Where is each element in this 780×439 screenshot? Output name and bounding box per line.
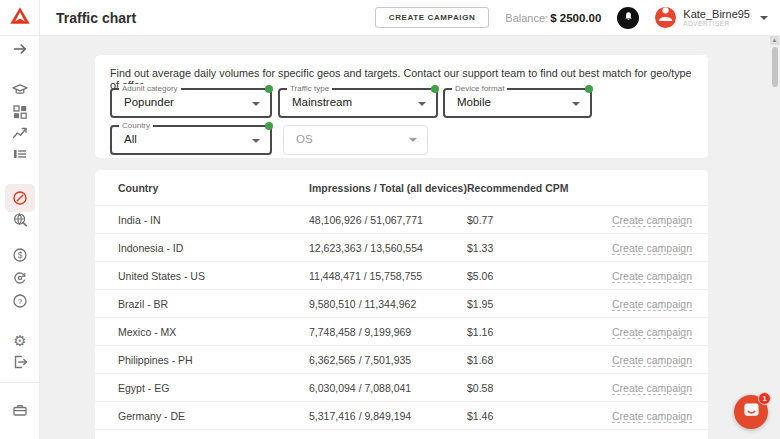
traffic-type-value: Mainstream xyxy=(292,96,352,108)
balance-label: Balance: xyxy=(505,12,548,24)
create-campaign-link[interactable]: Create campaign xyxy=(612,354,692,367)
sidebar-item-tracking[interactable] xyxy=(11,211,29,229)
avatar[interactable] xyxy=(655,7,676,28)
referral-program-icon xyxy=(11,269,29,287)
traffic-table: Country Impressions / Total (all devices… xyxy=(95,170,708,439)
sidebar-item-campaigns[interactable] xyxy=(11,145,29,163)
chevron-down-icon xyxy=(252,102,260,106)
logout-button[interactable] xyxy=(11,353,29,371)
cell-impressions: 5,317,416 / 9,849,194 xyxy=(309,410,467,422)
country-value: All xyxy=(124,133,137,145)
balance: Balance:$ 2500.00 xyxy=(505,12,601,24)
traffic-type-label: Traffic type xyxy=(287,84,332,93)
cell-country: Indonesia - ID xyxy=(95,242,309,254)
user-role: ADVERTISER xyxy=(683,20,750,27)
cell-cpm: $1.68 xyxy=(467,354,607,366)
page-title: Traffic chart xyxy=(56,10,136,26)
os-select[interactable]: OS xyxy=(283,125,428,155)
cell-country: Philippines - PH xyxy=(95,354,309,366)
compass-icon xyxy=(11,189,29,207)
chat-bubble-icon xyxy=(743,402,760,422)
cell-impressions: 6,030,094 / 7,088,041 xyxy=(309,382,467,394)
create-campaign-link[interactable]: Create campaign xyxy=(612,214,692,227)
chevron-down-icon xyxy=(572,102,580,106)
table-row: Brazil - BR 9,580,510 / 11,344,962 $1.95… xyxy=(95,290,708,318)
chat-unread-badge: 1 xyxy=(758,392,771,405)
statistics-chart-icon xyxy=(11,124,29,142)
sidebar-item-tools[interactable] xyxy=(11,401,29,419)
filter-active-dot xyxy=(431,85,439,93)
filter-active-dot xyxy=(585,85,593,93)
filters-panel: Find out average daily volumes for speci… xyxy=(95,55,708,158)
sidebar-item-settings[interactable]: ⚙ xyxy=(11,331,29,349)
table-row: United States - US 11,448,471 / 15,758,7… xyxy=(95,262,708,290)
scrollbar-up-button[interactable]: ▲ xyxy=(770,36,779,45)
create-campaign-link[interactable]: Create campaign xyxy=(612,382,692,395)
adsterra-logo-icon xyxy=(9,5,31,31)
sidebar: $ ? ⚙ xyxy=(0,36,40,439)
cell-impressions: 48,106,926 / 51,067,771 xyxy=(309,214,467,226)
cell-impressions: 6,362,565 / 7,501,935 xyxy=(309,354,467,366)
create-campaign-link[interactable]: Create campaign xyxy=(612,242,692,255)
cell-country: United States - US xyxy=(95,270,309,282)
sidebar-item-dashboard[interactable] xyxy=(11,103,29,121)
country-select[interactable]: Country All xyxy=(110,125,272,155)
user-menu[interactable]: Kate_Birne95 ADVERTISER xyxy=(683,8,750,27)
svg-text:$: $ xyxy=(18,250,23,260)
logout-icon xyxy=(11,353,29,371)
dollar-circle-icon: $ xyxy=(11,246,29,264)
device-format-label: Device format xyxy=(452,84,507,93)
sidebar-item-payments[interactable]: $ xyxy=(11,246,29,264)
traffic-type-select[interactable]: Traffic type Mainstream xyxy=(278,88,438,118)
briefcase-icon xyxy=(11,401,29,419)
create-campaign-link[interactable]: Create campaign xyxy=(612,298,692,311)
create-campaign-button[interactable]: CREATE CAMPAIGN xyxy=(375,7,489,28)
create-campaign-link[interactable]: Create campaign xyxy=(612,410,692,423)
header-actions: CREATE CAMPAIGN Balance:$ 2500.00 xyxy=(375,7,780,29)
create-campaign-link[interactable]: Create campaign xyxy=(612,270,692,283)
sidebar-item-statistics[interactable] xyxy=(11,124,29,142)
chevron-down-icon[interactable] xyxy=(760,16,768,20)
expand-sidebar-button[interactable] xyxy=(11,40,29,58)
cell-cpm: $0.77 xyxy=(467,214,607,226)
device-format-value: Mobile xyxy=(457,96,491,108)
scrollbar-thumb[interactable] xyxy=(772,47,778,87)
cell-cpm: $5.06 xyxy=(467,270,607,282)
table-row: Egypt - EG 6,030,094 / 7,088,041 $0.58 C… xyxy=(95,374,708,402)
cell-country: India - IN xyxy=(95,214,309,226)
user-name: Kate_Birne95 xyxy=(683,8,750,20)
sidebar-item-help[interactable]: ? xyxy=(11,292,29,310)
filter-active-dot xyxy=(265,122,273,130)
cell-cpm: $0.58 xyxy=(467,382,607,394)
support-chat-button[interactable]: 1 xyxy=(734,395,768,429)
create-campaign-link[interactable]: Create campaign xyxy=(612,326,692,339)
sidebar-item-traffic-chart[interactable] xyxy=(11,189,29,207)
chevron-down-icon xyxy=(252,139,260,143)
arrow-right-icon xyxy=(11,40,29,58)
cell-cpm: $1.46 xyxy=(467,410,607,422)
search-globe-icon xyxy=(11,211,29,229)
os-placeholder: OS xyxy=(296,133,313,145)
sidebar-item-academy[interactable] xyxy=(11,81,29,99)
device-format-select[interactable]: Device format Mobile xyxy=(443,88,592,118)
sidebar-divider xyxy=(0,382,39,383)
chevron-down-icon xyxy=(418,102,426,106)
cell-country: Brazil - BR xyxy=(95,298,309,310)
adunit-category-select[interactable]: Adunit category Popunder xyxy=(110,88,272,118)
svg-text:?: ? xyxy=(18,297,23,306)
brand-logo[interactable] xyxy=(0,0,40,36)
graduation-cap-icon xyxy=(11,81,29,99)
cell-cpm: $1.95 xyxy=(467,298,607,310)
dashboard-grid-icon xyxy=(11,103,29,121)
app-window: Traffic chart CREATE CAMPAIGN Balance:$ … xyxy=(0,0,780,439)
app-header: Traffic chart CREATE CAMPAIGN Balance:$ … xyxy=(0,0,780,36)
col-country: Country xyxy=(95,182,309,194)
country-label: Country xyxy=(119,121,153,130)
sidebar-item-referral[interactable] xyxy=(11,269,29,287)
table-header: Country Impressions / Total (all devices… xyxy=(95,170,708,206)
cell-country: Mexico - MX xyxy=(95,326,309,338)
balance-value: $ 2500.00 xyxy=(550,12,601,24)
user-avatar-icon xyxy=(655,7,676,28)
col-cpm: Recommended CPM xyxy=(467,182,607,194)
notifications-button[interactable] xyxy=(617,7,639,29)
